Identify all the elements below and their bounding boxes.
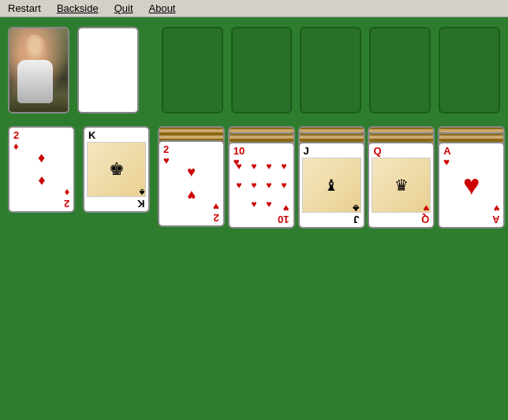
- deck-pile[interactable]: [8, 27, 69, 113]
- foundation-4[interactable]: [369, 27, 431, 113]
- card-ace-hearts[interactable]: A♥ ♥ A♥: [438, 142, 505, 229]
- tableau-pile-2[interactable]: K♠ ♚ K♠: [83, 126, 150, 213]
- menu-about[interactable]: About: [144, 1, 181, 16]
- card-jack-clubs[interactable]: J♣ ♝ J♣: [298, 142, 365, 229]
- tableau-pile-7[interactable]: A♥ ♥ A♥: [438, 126, 500, 240]
- menu-quit[interactable]: Quit: [110, 1, 138, 16]
- card-2-diamonds[interactable]: 2♦ ♦ ♦ 2♦: [8, 126, 75, 213]
- foundation-1[interactable]: [162, 27, 223, 113]
- foundation-2[interactable]: [231, 27, 293, 113]
- tableau-pile-4[interactable]: 10♥ ♥♥♥♥ ♥♥♥♥ ♥♥ 10♥: [228, 126, 290, 240]
- menu-bar: Restart Backside Quit About: [0, 0, 508, 17]
- card-queen-hearts[interactable]: Q♥ ♛ Q♥: [368, 142, 435, 229]
- tableau: 2♦ ♦ ♦ 2♦ K♠ ♚ K♠ 2♥ ♥ ♥ 2♥: [8, 126, 500, 240]
- menu-backside[interactable]: Backside: [52, 1, 103, 16]
- menu-restart[interactable]: Restart: [3, 1, 46, 16]
- tableau-pile-5[interactable]: J♣ ♝ J♣: [298, 126, 360, 240]
- tableau-pile-1[interactable]: 2♦ ♦ ♦ 2♦: [8, 126, 75, 213]
- tableau-pile-6[interactable]: Q♥ ♛ Q♥: [368, 126, 430, 240]
- card-king-spades[interactable]: K♠ ♚ K♠: [83, 126, 150, 213]
- foundation-5[interactable]: [439, 27, 500, 113]
- tableau-pile-3[interactable]: 2♥ ♥ ♥ 2♥: [158, 126, 220, 229]
- foundation-3[interactable]: [300, 27, 361, 113]
- card-2-hearts[interactable]: 2♥ ♥ ♥ 2♥: [158, 140, 225, 227]
- game-area: 2♦ ♦ ♦ 2♦ K♠ ♚ K♠ 2♥ ♥ ♥ 2♥: [0, 17, 508, 250]
- drawn-card[interactable]: [77, 27, 139, 113]
- top-row: [8, 27, 500, 113]
- card-10-hearts[interactable]: 10♥ ♥♥♥♥ ♥♥♥♥ ♥♥ 10♥: [228, 142, 295, 229]
